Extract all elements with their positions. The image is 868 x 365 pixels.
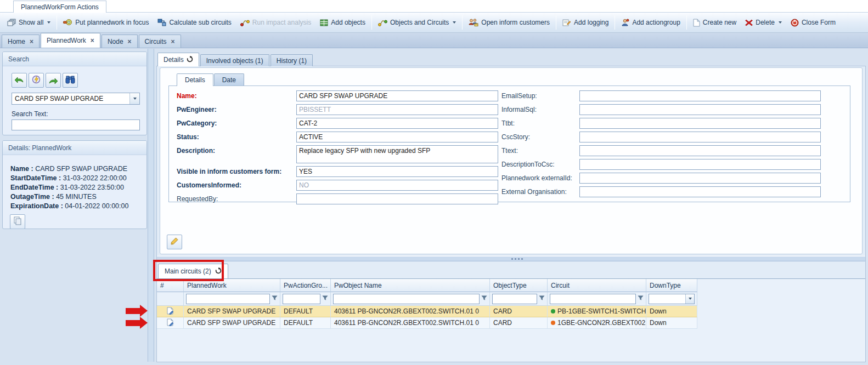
create-new-button[interactable]: Create new <box>689 15 741 30</box>
put-plannedwork-in-focus-button[interactable]: Put plannedwork in focus <box>59 15 153 30</box>
inner-tab-date-label: Date <box>222 76 236 84</box>
next-button[interactable] <box>46 73 61 88</box>
find-button[interactable] <box>63 73 78 88</box>
ribbon-tab-plannedworkform-actions[interactable]: PlannedWorkForm Actions <box>13 1 106 13</box>
copy-icon <box>13 216 22 227</box>
refresh-search-button[interactable] <box>29 73 44 88</box>
tab-history[interactable]: History (1) <box>270 54 313 66</box>
inner-tab-details-label: Details <box>185 76 205 84</box>
delete-button[interactable]: Delete <box>741 15 786 30</box>
add-actiongroup-button[interactable]: Add actiongroup <box>617 15 684 30</box>
pwengineer-field[interactable] <box>296 104 498 115</box>
row-cell-plannedwork: CARD SFP SWAP UPGRADE <box>184 306 280 317</box>
vertical-splitter[interactable] <box>148 49 154 362</box>
tab-node[interactable]: Node × <box>102 35 138 48</box>
informalsql-field[interactable] <box>579 104 821 115</box>
combobox-dropdown-button[interactable] <box>129 93 139 104</box>
summary-startdatetime-value: 31-03-2022 22:00:00 <box>63 174 127 182</box>
pwcategory-label: PwCategory: <box>177 118 296 127</box>
close-icon[interactable]: × <box>30 38 33 45</box>
form-row-customersinformed: CustomersInformed: <box>177 180 501 191</box>
filter-input-pwobject-name[interactable] <box>333 294 480 304</box>
run-impact-analysis-button[interactable]: Run impact analysis <box>236 15 315 30</box>
chevron-down-icon[interactable] <box>685 294 694 304</box>
description-field[interactable]: Replace legacy SFP with new upgraded SFP <box>296 145 498 163</box>
form-row-ttext: Ttext: <box>501 145 821 156</box>
status-field[interactable] <box>296 132 498 142</box>
tab-involved-objects[interactable]: Involved objects (1) <box>200 54 269 66</box>
show-all-button[interactable]: Show all <box>3 15 55 30</box>
close-icon[interactable]: × <box>128 38 132 45</box>
edit-document-icon[interactable] <box>167 307 174 316</box>
refresh-icon[interactable] <box>187 56 193 64</box>
grid-row-2[interactable]: CARD SFP SWAP UPGRADE DEFAULT 403611 PB-… <box>157 317 697 329</box>
open-inform-customers-button[interactable]: Open inform customers <box>464 15 554 30</box>
cscstory-field[interactable] <box>579 132 821 142</box>
grid-row-1[interactable]: CARD SFP SWAP UPGRADE DEFAULT 403611 PB-… <box>157 306 697 317</box>
column-header-downtype[interactable]: DownType <box>646 279 697 292</box>
customersinformed-field[interactable] <box>296 180 498 191</box>
tab-involved-objects-label: Involved objects (1) <box>206 57 263 65</box>
inner-tab-details[interactable]: Details <box>177 73 213 86</box>
column-header-pwobject-name[interactable]: PwObject Name <box>331 279 490 292</box>
pwcategory-field[interactable] <box>296 118 498 129</box>
tab-details[interactable]: Details <box>157 53 199 66</box>
tab-history-label: History (1) <box>277 57 307 65</box>
tab-circuits[interactable]: Circuits × <box>139 35 181 48</box>
filter-cell-pwobject-name <box>331 292 490 306</box>
visible-in-inform-customers-field[interactable] <box>296 166 498 177</box>
descriptiontocsc-field[interactable] <box>579 159 821 170</box>
column-header-circuit[interactable]: Circuit <box>548 279 646 292</box>
requestedby-field[interactable] <box>296 193 498 204</box>
form-row-cscstory: CscStory: <box>501 132 821 142</box>
form-row-pwcategory: PwCategory: <box>177 118 501 129</box>
summary-name-value: CARD SFP SWAP UPGRADE <box>35 165 127 173</box>
add-logging-button[interactable]: Add logging <box>558 15 613 30</box>
filter-input-circuit[interactable] <box>550 294 636 304</box>
requestedby-label: RequestedBy: <box>177 193 296 203</box>
edit-button[interactable] <box>167 235 182 249</box>
ttext-field[interactable] <box>579 145 821 156</box>
toolbar-separator <box>462 15 463 30</box>
tab-home[interactable]: Home × <box>2 35 40 48</box>
annotation-arrow-2 <box>126 320 140 326</box>
form-row-description: Description: Replace legacy SFP with new… <box>177 145 501 163</box>
cascade-windows-icon <box>7 19 16 26</box>
horizontal-splitter[interactable] <box>157 256 865 261</box>
filter-input-pwactiongroup[interactable] <box>283 294 320 304</box>
column-header-objecttype[interactable]: ObjectType <box>490 279 548 292</box>
filter-icon[interactable] <box>481 295 487 303</box>
filter-icon[interactable] <box>272 295 278 303</box>
calculate-sub-circuits-button[interactable]: Calculate sub circuits <box>153 15 235 30</box>
add-objects-icon <box>320 19 328 26</box>
name-field[interactable] <box>296 90 498 101</box>
delete-x-icon <box>745 19 753 26</box>
close-form-button[interactable]: Close Form <box>786 15 840 30</box>
close-icon[interactable]: × <box>91 37 94 44</box>
column-header-pwactiongroup[interactable]: PwActionGro... <box>280 279 331 292</box>
ttbt-field[interactable] <box>579 118 821 129</box>
search-text-input[interactable] <box>12 119 140 130</box>
plannedwork-combobox[interactable]: CARD SFP SWAP UPGRADE <box>12 93 140 105</box>
inner-tab-date[interactable]: Date <box>214 73 244 85</box>
filter-input-objecttype[interactable] <box>492 294 537 304</box>
add-logging-label: Add logging <box>574 19 608 26</box>
tab-plannedwork[interactable]: PlannedWork × <box>41 33 100 48</box>
emailsetup-field[interactable] <box>579 90 821 101</box>
filter-icon[interactable] <box>638 295 644 303</box>
filter-icon[interactable] <box>539 295 545 303</box>
filter-icon[interactable] <box>322 295 328 303</box>
filter-combo-downtype[interactable] <box>649 294 695 304</box>
plannedwork-externalid-field[interactable] <box>579 173 821 184</box>
chevron-down-glyph <box>689 298 692 300</box>
edit-document-icon[interactable] <box>167 318 174 328</box>
filter-input-plannedwork[interactable] <box>186 294 270 304</box>
objects-and-circuits-button[interactable]: Objects and Circuits <box>374 15 460 30</box>
copy-details-button[interactable] <box>10 214 25 229</box>
previous-button[interactable] <box>12 73 27 88</box>
summary-outagetime-value: 45 MINUTES <box>56 193 97 201</box>
annotation-arrow-1 <box>126 308 140 314</box>
close-icon[interactable]: × <box>171 38 175 45</box>
add-objects-button[interactable]: Add objects <box>315 15 370 30</box>
external-organisation-field[interactable] <box>579 186 821 197</box>
